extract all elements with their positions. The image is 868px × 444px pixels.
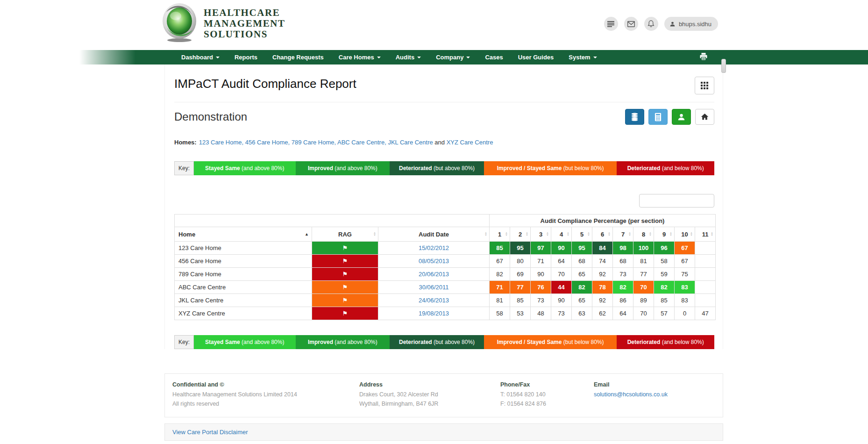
table-search-input[interactable] — [639, 194, 714, 208]
audit-date-link[interactable]: 20/06/2013 — [419, 271, 449, 278]
disclaimer-link[interactable]: View Care Portal Disclaimer — [172, 429, 248, 436]
footer-rights-line: All rights reserved — [172, 400, 359, 408]
home-name-cell: ABC Care Centre — [175, 281, 312, 294]
score-cell: 47 — [695, 307, 716, 320]
nav-item-audits[interactable]: Audits — [388, 54, 428, 61]
column-header-audit-date[interactable]: Audit Date▲▼ — [378, 227, 490, 242]
homes-label: Homes: — [174, 139, 197, 146]
column-header-10[interactable]: 10▲▼ — [675, 227, 695, 242]
sort-icon: ▲▼ — [690, 232, 693, 236]
nav-item-care-homes[interactable]: Care Homes — [331, 54, 388, 61]
score-cell: 85 — [654, 294, 675, 307]
footer-confidential: Confidential and © Healthcare Management… — [172, 380, 359, 408]
nav-item-change-requests[interactable]: Change Requests — [265, 54, 331, 61]
footer-address-line-2: Wythall, Birmingham, B47 6JR — [359, 400, 500, 408]
sort-down-arrow: ▼ — [484, 234, 487, 236]
column-header-11[interactable]: 11▲▼ — [695, 227, 716, 242]
score-cell: 80 — [510, 255, 531, 268]
data-source-button[interactable] — [625, 109, 644, 125]
column-header-7[interactable]: 7▲▼ — [613, 227, 633, 242]
audit-date-link[interactable]: 19/08/2013 — [419, 310, 449, 317]
home-link-jkl-care-centre[interactable]: JKL Care Centre — [388, 139, 433, 146]
rag-cell: ⚑ — [312, 255, 378, 268]
residents-button[interactable] — [672, 109, 691, 125]
sort-down-arrow: ▼ — [628, 234, 631, 236]
column-label: RAG — [315, 231, 375, 238]
nav-item-system[interactable]: System — [561, 54, 604, 61]
column-header-9[interactable]: 9▲▼ — [654, 227, 675, 242]
key-item-det_below: Deteriorated (and below 80%) — [617, 335, 714, 349]
column-header-3[interactable]: 3▲▼ — [531, 227, 551, 242]
main-column: IMPaCT Audit Compliance Report Demonstra… — [164, 64, 723, 441]
home-link-abc-care-centre[interactable]: ABC Care Centre — [337, 139, 384, 146]
key-item-name: Deteriorated — [399, 339, 432, 345]
nav-item-label: User Guides — [518, 54, 554, 61]
column-header-5[interactable]: 5▲▼ — [572, 227, 592, 242]
notifications-button[interactable] — [644, 17, 658, 31]
menu-list-button[interactable] — [604, 17, 618, 31]
column-header-home[interactable]: Home▲ — [175, 227, 312, 242]
grid-view-button[interactable] — [695, 77, 714, 94]
scrollbar-thumb[interactable] — [721, 59, 726, 73]
footer-email-heading: Email — [594, 380, 668, 389]
score-cell: 90 — [551, 294, 572, 307]
nav-item-reports[interactable]: Reports — [227, 54, 265, 61]
key-item-name: Improved / Stayed Same — [497, 339, 562, 345]
print-button[interactable] — [699, 53, 708, 63]
score-cell: 67 — [675, 242, 695, 255]
column-label: Audit Date — [381, 231, 486, 238]
company-name: HEALTHCARE MANAGEMENT SOLUTIONS — [204, 7, 285, 40]
column-header-6[interactable]: 6▲▼ — [592, 227, 613, 242]
user-menu-button[interactable]: bhups.sidhu — [664, 17, 718, 31]
home-icon — [701, 113, 709, 121]
nav-item-dashboard[interactable]: Dashboard — [174, 54, 227, 61]
caret-down-icon — [593, 57, 597, 58]
key-label: Key: — [174, 161, 194, 175]
nav-item-cases[interactable]: Cases — [477, 54, 510, 61]
logo-orb-icon — [162, 3, 197, 43]
score-cell: 65 — [572, 294, 592, 307]
key-item-improved: Improved (and above 80%) — [296, 335, 390, 349]
home-link-xyz-care-centre[interactable]: XYZ Care Centre — [447, 139, 493, 146]
column-header-2[interactable]: 2▲▼ — [510, 227, 531, 242]
key-item-improved: Improved (and above 80%) — [296, 161, 390, 175]
home-link-789-care-home[interactable]: 789 Care Home — [292, 139, 334, 146]
sort-icon: ▲▼ — [649, 232, 652, 236]
nav-item-company[interactable]: Company — [428, 54, 477, 61]
audit-date-link[interactable]: 24/06/2013 — [419, 297, 449, 304]
home-name-cell: XYZ Care Centre — [175, 307, 312, 320]
nav-item-user-guides[interactable]: User Guides — [511, 54, 562, 61]
audit-date-link[interactable]: 15/02/2012 — [419, 244, 449, 251]
score-cell: 59 — [654, 268, 675, 281]
column-header-8[interactable]: 8▲▼ — [633, 227, 654, 242]
key-item-qualifier: (and above 80%) — [333, 165, 377, 172]
homes-line: Homes:123 Care Home, 456 Care Home, 789 … — [174, 139, 714, 146]
home-name-cell: 456 Care Home — [175, 255, 312, 268]
rag-cell: ⚑ — [312, 242, 378, 255]
home-button[interactable] — [695, 109, 714, 125]
audit-form-button[interactable] — [648, 109, 668, 125]
column-header-rag[interactable]: RAG▲▼ — [312, 227, 378, 242]
score-cell: 95 — [572, 242, 592, 255]
home-link-456-care-home[interactable]: 456 Care Home — [245, 139, 288, 146]
column-header-1[interactable]: 1▲▼ — [490, 227, 510, 242]
score-cell — [695, 281, 716, 294]
score-cell: 82 — [654, 281, 675, 294]
messages-button[interactable] — [624, 17, 638, 31]
footer-phone-heading: Phone/Fax — [500, 380, 594, 389]
email-link[interactable]: solutions@hcsolutions.co.uk — [594, 391, 668, 398]
audit-date-cell: 19/08/2013 — [378, 307, 490, 320]
score-cell: 67 — [675, 255, 695, 268]
brand-line-3: SOLUTIONS — [204, 29, 285, 40]
report-content: IMPaCT Audit Compliance Report Demonstra… — [164, 64, 723, 349]
audit-date-link[interactable]: 08/05/2013 — [419, 258, 449, 265]
key-item-name: Stayed Same — [205, 165, 240, 172]
flag-icon: ⚑ — [342, 310, 348, 317]
home-link-123-care-home[interactable]: 123 Care Home — [199, 139, 242, 146]
key-item-qualifier: (and below 80%) — [660, 165, 704, 172]
audit-date-link[interactable]: 30/06/2011 — [419, 284, 448, 291]
rag-indicator-det_below: ⚑ — [312, 255, 378, 267]
flag-icon: ⚑ — [342, 297, 348, 304]
column-header-4[interactable]: 4▲▼ — [551, 227, 572, 242]
nav-item-label: Company — [436, 54, 463, 61]
